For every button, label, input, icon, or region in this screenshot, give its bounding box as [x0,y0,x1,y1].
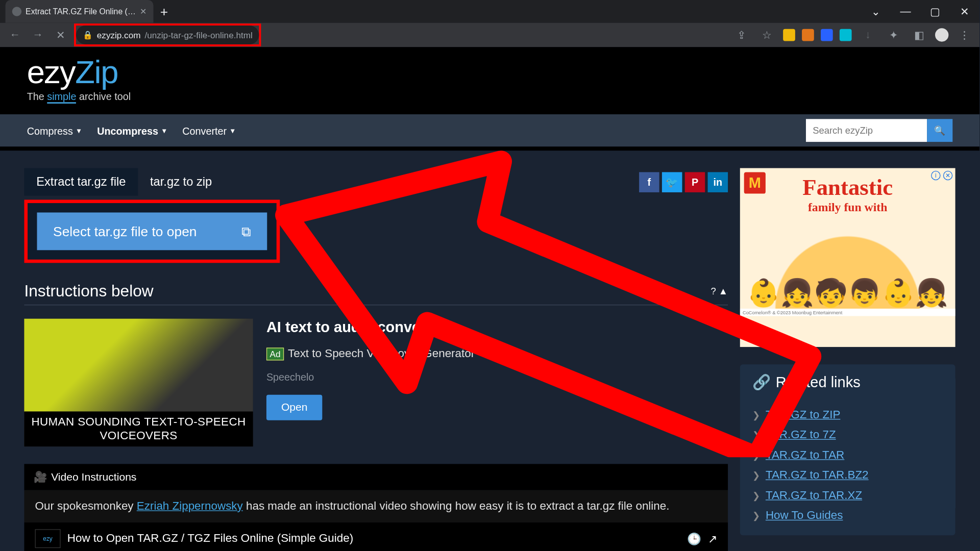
related-item: ❯TAR.GZ to ZIP [752,405,943,425]
instructions-toggle[interactable]: ? ▲ [710,286,728,296]
ad-brand: Speechelo [266,371,728,383]
address-bar[interactable]: 🔒 ezyzip.com/unzip-tar-gz-file-online.ht… [76,26,259,44]
tab-to-zip[interactable]: tar.gz to zip [138,168,224,196]
chevron-right-icon: ❯ [752,430,761,440]
nav-compress[interactable]: Compress▼ [27,124,82,136]
caret-down-icon: ▼ [76,127,82,134]
browser-tab[interactable]: Extract TAR.GZ File Online (No lim ✕ [6,0,154,23]
related-links-heading: Related links [776,374,861,391]
related-item: ❯TAR.GZ to TAR [752,445,943,466]
ad-close-icon[interactable]: ✕ [943,171,952,180]
related-link[interactable]: TAR.GZ to TAR [766,448,844,462]
divider [0,146,979,151]
related-links-card: 🔗Related links ❯TAR.GZ to ZIP❯TAR.GZ to … [740,364,955,535]
ad-heading: AI text to audio converter [266,319,728,336]
chevron-right-icon: ❯ [752,410,761,420]
related-item: ❯How To Guides [752,506,943,526]
ad-headline: Fantastic [802,175,893,201]
search-input[interactable] [806,119,927,142]
chevron-right-icon: ❯ [752,470,761,481]
tab-title: Extract TAR.GZ File Online (No lim [26,7,136,16]
site-logo[interactable]: ezyZip [27,54,953,90]
close-button[interactable]: ✕ [950,0,979,23]
upload-highlight-box: Select tar.gz file to open ⧉ [24,199,280,263]
facebook-share[interactable]: f [639,172,659,192]
ad-subtitle: Text to Speech Voice over Generator [288,347,475,360]
stop-reload-button[interactable]: ✕ [51,26,70,44]
linkedin-share[interactable]: in [708,172,728,192]
related-link[interactable]: TAR.GZ to 7Z [766,429,836,442]
search-button[interactable]: 🔍 [927,119,952,142]
new-tab-button[interactable]: + [154,4,175,19]
link-icon: 🔗 [752,374,771,391]
video-section-header: 🎥 Video Instructions [24,464,728,490]
caret-down-icon: ▼ [161,127,167,134]
select-file-button[interactable]: Select tar.gz file to open ⧉ [37,212,267,250]
search-icon: 🔍 [934,126,945,136]
caret-down-icon: ▼ [229,127,236,134]
share-icon[interactable]: ⇪ [732,26,751,44]
bookmark-star-icon[interactable]: ☆ [757,26,776,44]
ad-open-button[interactable]: Open [266,395,323,420]
ad-badge: Ad [266,347,284,360]
forward-button[interactable]: → [28,26,47,44]
related-link[interactable]: TAR.GZ to ZIP [766,408,840,421]
minimize-button[interactable]: — [891,0,920,23]
tagline: The simple archive tool [27,91,953,102]
chevron-right-icon: ❯ [752,490,761,501]
nav-converter[interactable]: Converter▼ [182,124,236,136]
related-item: ❯TAR.GZ to 7Z [752,425,943,445]
pinterest-share[interactable]: P [685,172,705,192]
instructions-heading: Instructions below [24,282,153,300]
tab-favicon [12,7,21,16]
dropbox-icon[interactable]: ⧉ [241,223,251,239]
chevron-down-icon[interactable]: ⌄ [861,0,891,23]
ad-footnote: CoComelon® & ©2023 Moonbug Entertainment [740,309,955,316]
video-icon: 🎥 [34,471,47,484]
nav-uncompress[interactable]: Uncompress▼ [97,124,167,136]
maximize-button[interactable]: ▢ [920,0,950,23]
extensions-puzzle-icon[interactable]: ✦ [884,26,903,44]
lock-icon: 🔒 [83,30,93,39]
metamask-icon[interactable] [802,29,814,41]
video-title: How to Open TAR.GZ / TGZ Files Online (S… [67,532,353,545]
ezyzip-logo-small: ezy [35,529,61,548]
spokesmonkey-link[interactable]: Ezriah Zippernowsky [137,499,243,512]
extension-icon-2[interactable] [821,29,833,41]
related-link[interactable]: TAR.GZ to TAR.BZ2 [766,469,869,482]
video-embed-titlebar[interactable]: ezy How to Open TAR.GZ / TGZ Files Onlin… [24,522,728,551]
extension-icon-3[interactable] [840,29,852,41]
ad-info-icon[interactable]: i [931,171,940,180]
share-icon[interactable]: ↗ [708,532,717,546]
ad-controls[interactable]: i✕ [931,171,952,180]
menu-dots-icon[interactable]: ⋮ [955,26,974,44]
sidepanel-icon[interactable]: ◧ [910,26,928,44]
mcdonalds-logo-icon: M [744,172,766,193]
ad-thumbnail: HUMAN SOUNDING TEXT-TO-SPEECH VOICEOVERS [24,319,253,446]
ad-thumb-banner: HUMAN SOUNDING TEXT-TO-SPEECH VOICEOVERS [24,412,253,447]
watch-later-icon[interactable]: 🕒 [687,532,701,546]
url-domain: ezyzip.com [97,30,141,40]
download-icon[interactable]: ↓ [859,26,877,44]
ad-subheadline: family fun with [808,201,888,215]
tab-extract[interactable]: Extract tar.gz file [24,168,138,196]
tab-close-icon[interactable]: ✕ [140,7,146,16]
related-item: ❯TAR.GZ to TAR.BZ2 [752,465,943,486]
video-description: Our spokesmonkey Ezriah Zippernowsky has… [24,490,728,522]
extension-icon[interactable] [783,29,795,41]
chevron-right-icon: ❯ [752,450,761,461]
related-item: ❯TAR.GZ to TAR.XZ [752,486,943,506]
twitter-share[interactable]: 🐦 [662,172,682,192]
related-link[interactable]: How To Guides [766,509,843,522]
chevron-right-icon: ❯ [752,510,761,521]
related-link[interactable]: TAR.GZ to TAR.XZ [766,489,862,502]
url-path: /unzip-tar-gz-file-online.html [144,30,252,40]
browser-toolbar: ← → ✕ 🔒 ezyzip.com/unzip-tar-gz-file-onl… [0,23,979,47]
inline-ad[interactable]: HUMAN SOUNDING TEXT-TO-SPEECH VOICEOVERS… [24,319,728,446]
sidebar-ad[interactable]: M i✕ Fantastic family fun with 👶👧🧒👦👶👧 Co… [740,168,955,347]
site-nav: Compress▼ Uncompress▼ Converter▼ 🔍 [0,114,979,146]
profile-avatar[interactable] [935,28,948,41]
ad-illustration: 👶👧🧒👦👶👧 [740,214,955,309]
browser-titlebar: Extract TAR.GZ File Online (No lim ✕ + ⌄… [0,0,979,23]
back-button[interactable]: ← [6,26,24,44]
